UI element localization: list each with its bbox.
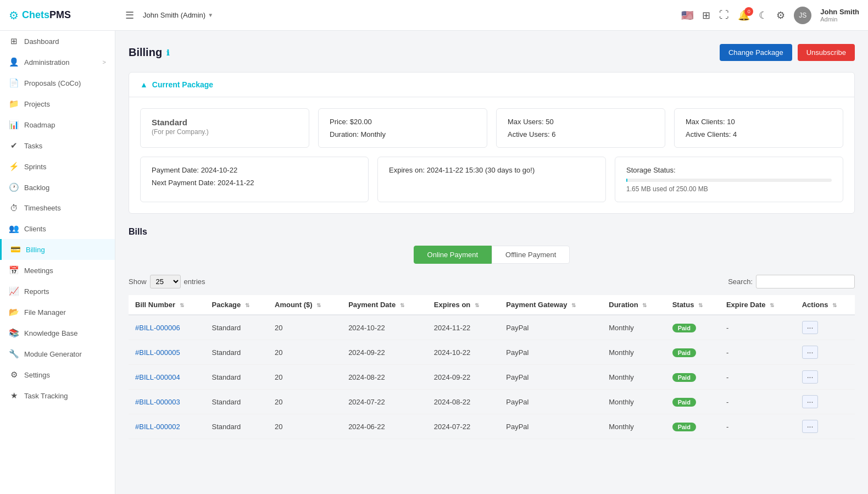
sidebar-label-meetings: Meetings <box>24 267 53 275</box>
gateway-cell: PayPal <box>499 365 602 390</box>
unsubscribe-button[interactable]: Unsubscribe <box>798 44 855 61</box>
sidebar-item-billing[interactable]: 💳Billing <box>0 239 115 260</box>
sidebar-item-file-manager[interactable]: 📂File Manager <box>0 302 115 323</box>
sidebar-label-file-manager: File Manager <box>24 308 66 317</box>
sidebar-item-reports[interactable]: 📈Reports <box>0 281 115 302</box>
clients-card: Max Clients: 10 Active Clients: 4 <box>674 108 843 148</box>
table-row: #BILL-000004 Standard 20 2024-08-22 2024… <box>129 365 855 390</box>
actions-button[interactable]: ··· <box>802 321 819 334</box>
sidebar-icon-proposals: 📄 <box>9 78 19 88</box>
change-package-button[interactable]: Change Package <box>720 44 792 61</box>
sidebar-label-task-tracking: Task Tracking <box>24 392 68 400</box>
user-dropdown[interactable]: John Smith (Admin) ▼ <box>143 11 213 19</box>
sidebar-item-proposals[interactable]: 📄Proposals (CoCo) <box>0 73 115 93</box>
actions-cell: ··· <box>795 414 855 439</box>
sidebar-item-dashboard[interactable]: ⊞Dashboard <box>0 31 115 52</box>
avatar[interactable]: JS <box>794 7 811 24</box>
sidebar-label-tasks: Tasks <box>24 142 42 150</box>
payment-tabs: Online Payment Offline Payment <box>129 246 855 264</box>
sort-icon[interactable]: ⇅ <box>245 302 249 308</box>
sidebar-item-backlog[interactable]: 🕐Backlog <box>0 177 115 198</box>
info-cards-row2: Payment Date: 2024-10-22 Next Payment Da… <box>140 157 843 202</box>
notification-icon[interactable]: 🔔 0 <box>738 9 750 21</box>
sidebar-item-sprints[interactable]: ⚡Sprints <box>0 156 115 177</box>
sort-icon[interactable]: ⇅ <box>698 302 703 308</box>
expires-on-cell: 2024-09-22 <box>427 365 499 390</box>
table-column-header: Payment Gateway ⇅ <box>499 295 602 315</box>
current-package-section: ▲ Current Package Standard (For per Comp… <box>129 72 855 214</box>
bill-number-cell: #BILL-000003 <box>129 390 205 414</box>
sidebar-item-knowledge-base[interactable]: 📚Knowledge Base <box>0 323 115 343</box>
amount-cell: 20 <box>268 414 342 439</box>
duration-cell: Monthly <box>602 315 665 340</box>
next-payment-label: Next Payment Date: <box>152 179 215 187</box>
flag-icon[interactable]: 🇺🇸 <box>681 9 693 21</box>
sidebar-item-tasks[interactable]: ✔Tasks <box>0 135 115 156</box>
actions-button[interactable]: ··· <box>802 370 819 384</box>
max-users-value: 50 <box>546 118 553 126</box>
package-cell: Standard <box>205 340 268 365</box>
active-clients-value: 4 <box>733 130 737 138</box>
sidebar-item-roadmap[interactable]: 📊Roadmap <box>0 114 115 135</box>
actions-cell: ··· <box>795 365 855 390</box>
expires-card: Expires on: 2024-11-22 15:30 (30 days to… <box>377 157 606 202</box>
package-cell: Standard <box>205 365 268 390</box>
current-package-header[interactable]: ▲ Current Package <box>129 73 854 97</box>
actions-button[interactable]: ··· <box>802 420 819 433</box>
bill-number-link[interactable]: #BILL-000003 <box>135 398 180 406</box>
bill-number-link[interactable]: #BILL-000004 <box>135 373 180 381</box>
search-input[interactable] <box>756 275 855 288</box>
sidebar-label-projects: Projects <box>24 100 50 108</box>
sidebar-icon-administration: 👤 <box>9 57 19 67</box>
sidebar-label-knowledge-base: Knowledge Base <box>24 329 78 337</box>
hamburger-icon[interactable]: ☰ <box>125 9 134 21</box>
sort-icon[interactable]: ⇅ <box>770 302 774 308</box>
actions-button[interactable]: ··· <box>802 346 819 359</box>
max-clients-row: Max Clients: 10 <box>686 118 832 126</box>
apps-icon[interactable]: ⊞ <box>702 9 710 21</box>
sort-icon[interactable]: ⇅ <box>475 302 479 308</box>
bill-number-link[interactable]: #BILL-000002 <box>135 423 180 431</box>
table-column-header: Package ⇅ <box>205 295 268 315</box>
table-row: #BILL-000003 Standard 20 2024-07-22 2024… <box>129 390 855 414</box>
status-badge: Paid <box>672 398 696 407</box>
sort-icon[interactable]: ⇅ <box>400 302 404 308</box>
fullscreen-icon[interactable]: ⛶ <box>719 9 729 21</box>
sidebar-icon-roadmap: 📊 <box>9 120 19 130</box>
table-column-header: Expires on ⇅ <box>427 295 499 315</box>
show-select[interactable]: 25 10 50 100 <box>150 275 181 288</box>
sidebar-item-administration[interactable]: 👤Administration> <box>0 52 115 73</box>
price-row: Price: $20.00 <box>330 118 476 126</box>
status-badge: Paid <box>672 348 696 357</box>
table-column-header: Bill Number ⇅ <box>129 295 205 315</box>
sidebar-item-task-tracking[interactable]: ★Task Tracking <box>0 385 115 406</box>
bill-number-link[interactable]: #BILL-000006 <box>135 324 180 332</box>
sort-icon[interactable]: ⇅ <box>571 302 576 308</box>
settings-icon[interactable]: ⚙ <box>776 9 785 21</box>
actions-button[interactable]: ··· <box>802 395 819 408</box>
online-payment-tab[interactable]: Online Payment <box>414 246 492 264</box>
bills-section: Bills Online Payment Offline Payment Sho… <box>129 227 855 439</box>
sort-icon[interactable]: ⇅ <box>832 302 837 308</box>
expires-on-cell: 2024-10-22 <box>427 340 499 365</box>
dark-mode-icon[interactable]: ☾ <box>759 9 767 21</box>
sort-icon[interactable]: ⇅ <box>180 302 184 308</box>
duration-label: Duration: <box>330 130 359 138</box>
sidebar-item-timesheets[interactable]: ⏱Timesheets <box>0 198 115 218</box>
sidebar-label-administration: Administration <box>24 58 69 66</box>
sidebar-item-settings[interactable]: ⚙Settings <box>0 364 115 385</box>
sidebar-item-meetings[interactable]: 📅Meetings <box>0 260 115 281</box>
payment-date-cell: 2024-09-22 <box>342 340 427 365</box>
sidebar-item-projects[interactable]: 📁Projects <box>0 93 115 114</box>
storage-used: 1.65 MB used of 250.00 MB <box>626 185 832 193</box>
expires-value: 2024-11-22 15:30 (30 days to go!) <box>427 166 535 174</box>
bill-number-link[interactable]: #BILL-000005 <box>135 348 180 357</box>
status-cell: Paid <box>666 414 720 439</box>
sidebar-item-clients[interactable]: 👥Clients <box>0 218 115 239</box>
sidebar-icon-sprints: ⚡ <box>9 162 19 171</box>
offline-payment-tab[interactable]: Offline Payment <box>492 246 570 264</box>
sort-icon[interactable]: ⇅ <box>316 302 321 308</box>
show-label: Show <box>129 277 147 286</box>
sort-icon[interactable]: ⇅ <box>642 302 647 308</box>
sidebar-item-module-generator[interactable]: 🔧Module Generator <box>0 343 115 364</box>
